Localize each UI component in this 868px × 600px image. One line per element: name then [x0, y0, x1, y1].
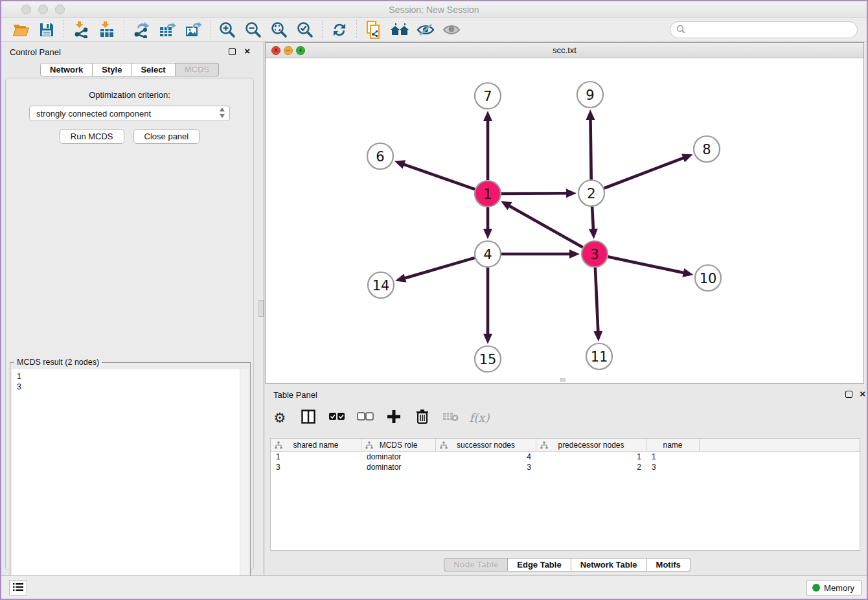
list-icon: [13, 583, 23, 594]
open-session-button[interactable]: [8, 19, 34, 40]
refresh-layout-button[interactable]: [326, 19, 352, 40]
edge-3-10[interactable]: [608, 257, 685, 273]
eye-slash-icon: [417, 22, 435, 38]
close-table-panel-icon[interactable]: ×: [860, 388, 865, 399]
edge-2-8[interactable]: [604, 157, 685, 189]
edge-2-9[interactable]: [590, 118, 591, 179]
arrowhead-1-6: [394, 160, 405, 168]
window-titlebar: Session: New Session: [1, 1, 867, 18]
export-network-icon: [133, 21, 150, 38]
window-title: Session: New Session: [1, 5, 867, 15]
table-settings-button[interactable]: ⚙: [270, 408, 290, 427]
column-header-name[interactable]: name: [646, 439, 700, 451]
zoom-selected-button[interactable]: [292, 19, 318, 40]
table-row[interactable]: 3dominator323: [271, 462, 860, 472]
delete-table-button[interactable]: [441, 408, 461, 427]
control-panel: Control Panel × Network Style Select MCD…: [1, 42, 258, 575]
column-header-label: name: [663, 441, 682, 450]
run-mcds-button[interactable]: Run MCDS: [60, 129, 124, 144]
network-view-titlebar[interactable]: × − + scc.txt: [266, 43, 863, 58]
edge-1-6[interactable]: [402, 164, 475, 189]
graph-node-label-3: 3: [590, 247, 599, 262]
zoom-fit-button[interactable]: [266, 19, 292, 40]
float-panel-icon[interactable]: [229, 48, 236, 55]
table-cell: 3: [646, 462, 700, 472]
column-header-label: successor nodes: [457, 441, 515, 450]
float-table-panel-icon[interactable]: [845, 391, 852, 398]
tab-mcds[interactable]: MCDS: [176, 63, 219, 76]
column-header-MCDS-role[interactable]: MCDS role: [361, 439, 436, 451]
tab-network-table[interactable]: Network Table: [571, 558, 647, 571]
toolbar-separator: [210, 20, 211, 40]
column-header-label: shared name: [293, 441, 338, 450]
add-column-button[interactable]: [384, 408, 404, 427]
arrowhead-1-7: [483, 111, 492, 121]
arrowhead-1-4: [483, 229, 492, 239]
zoom-in-button[interactable]: [214, 19, 240, 40]
delete-column-button[interactable]: [413, 408, 432, 427]
export-image-button[interactable]: [180, 19, 206, 40]
import-network-icon: [73, 21, 89, 38]
tab-motifs[interactable]: Motifs: [647, 558, 691, 571]
panel-splitter[interactable]: [258, 42, 264, 575]
main-toolbar: [1, 18, 867, 42]
column-header-label: MCDS role: [380, 441, 418, 450]
table-cell: 3: [271, 462, 361, 472]
table-row[interactable]: 1dominator411: [271, 452, 860, 462]
tab-node-table[interactable]: Node Table: [444, 558, 508, 571]
export-table-icon: [159, 21, 176, 38]
table-cell: 1: [536, 452, 646, 462]
result-scrollbar[interactable]: [240, 369, 249, 600]
export-table-button[interactable]: [154, 19, 180, 40]
search-field[interactable]: [670, 21, 858, 38]
table-cell: dominator: [361, 452, 436, 462]
select-all-rows-button[interactable]: [327, 408, 347, 427]
edge-3-1[interactable]: [508, 205, 582, 248]
control-panel-tabs: Network Style Select MCDS: [1, 63, 258, 76]
home-view-button[interactable]: [387, 19, 413, 40]
memory-button[interactable]: Memory: [806, 580, 862, 595]
duplicate-network-button[interactable]: [361, 19, 387, 40]
edge-1-2[interactable]: [501, 193, 568, 194]
graph-node-label-7: 7: [483, 89, 492, 104]
graph-node-label-9: 9: [586, 87, 594, 103]
graph-node-label-10: 10: [700, 271, 717, 286]
import-table-icon: [98, 21, 115, 38]
canvas-resize-handle[interactable]: [560, 378, 565, 382]
node-table: shared nameMCDS rolesuccessor nodesprede…: [270, 438, 860, 551]
table-cell: 1: [646, 452, 700, 462]
show-all-button[interactable]: [439, 19, 464, 40]
column-header-shared-name[interactable]: shared name: [271, 439, 361, 451]
node-table-header: shared nameMCDS rolesuccessor nodesprede…: [271, 439, 860, 452]
show-columns-button[interactable]: [299, 408, 318, 427]
tab-style[interactable]: Style: [93, 63, 131, 76]
edge-2-3[interactable]: [592, 207, 593, 231]
function-builder-button[interactable]: f(x): [470, 408, 489, 427]
search-input[interactable]: [689, 25, 857, 35]
home-icon: [390, 22, 409, 38]
tab-select[interactable]: Select: [131, 63, 175, 76]
close-panel-icon[interactable]: ×: [244, 45, 250, 56]
optimization-criterion-select[interactable]: strongly connected component: [29, 106, 230, 121]
deselect-all-rows-button[interactable]: [356, 408, 375, 427]
splitter-handle[interactable]: [258, 300, 264, 317]
network-canvas[interactable]: 7968124314101511: [266, 58, 863, 383]
duplicate-network-icon: [365, 21, 382, 39]
zoom-fit-icon: [271, 21, 288, 38]
edge-3-11[interactable]: [595, 268, 598, 333]
import-table-button[interactable]: [94, 19, 120, 40]
edge-4-14[interactable]: [404, 258, 475, 279]
tab-network[interactable]: Network: [40, 63, 93, 76]
column-header-predecessor-nodes[interactable]: predecessor nodes: [536, 439, 646, 451]
log-console-button[interactable]: [9, 580, 27, 595]
save-session-button[interactable]: [34, 19, 60, 40]
zoom-selected-icon: [297, 21, 314, 38]
column-header-successor-nodes[interactable]: successor nodes: [436, 439, 536, 451]
zoom-out-button[interactable]: [240, 19, 266, 40]
import-network-button[interactable]: [68, 19, 94, 40]
tab-edge-table[interactable]: Edge Table: [508, 558, 571, 571]
close-panel-button[interactable]: Close panel: [133, 129, 200, 144]
graph-node-label-2: 2: [587, 186, 595, 202]
export-network-button[interactable]: [128, 19, 154, 40]
hide-selected-button[interactable]: [413, 19, 439, 40]
